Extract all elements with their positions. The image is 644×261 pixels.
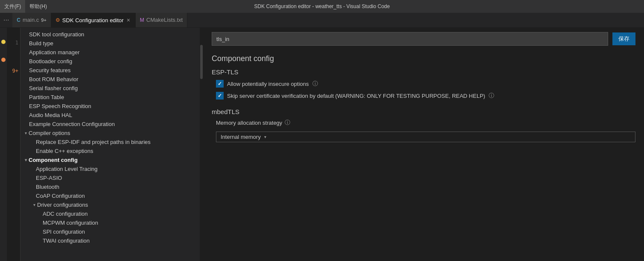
- tab-icon-c: C: [17, 17, 20, 23]
- line-num-empty3: [7, 57, 18, 66]
- mem-alloc-row: Memory allocation strategy ⓘ: [216, 119, 635, 126]
- tab-badge-main-c: 9+: [41, 18, 47, 23]
- esp-tls-title: ESP-TLS: [212, 68, 635, 76]
- tab-label-sdk-config: SDK Configuration editor: [62, 17, 124, 23]
- search-bar-row: 保存: [212, 32, 635, 46]
- sidebar-item-enable-cpp[interactable]: Enable C++ exceptions: [20, 147, 200, 155]
- tab-sdk-config[interactable]: ⚙ SDK Configuration editor ×: [51, 12, 136, 27]
- checkbox-check-icon2: ✓: [218, 93, 222, 99]
- sidebar-item-mcpwm-config[interactable]: MCPWM configuration: [20, 218, 200, 227]
- tab-cmakelists[interactable]: M CMakeLists.txt: [136, 12, 187, 27]
- sidebar-item-bootloader[interactable]: Bootloader config: [20, 57, 200, 66]
- indicator-dot-orange: [1, 58, 6, 62]
- titlebar-title: SDK Configuration editor - weather_tts -…: [254, 3, 390, 9]
- sidebar-item-spi-config[interactable]: SPI configuration: [20, 227, 200, 236]
- sidebar-item-driver-configs[interactable]: ▾ Driver configurations: [20, 200, 200, 209]
- checkbox-check-icon: ✓: [218, 81, 222, 87]
- checkbox-allow-insecure[interactable]: ✓: [216, 80, 224, 88]
- sidebar-label-component-config: Component config: [29, 157, 78, 163]
- sidebar-item-esp-speech[interactable]: ESP Speech Recognition: [20, 102, 200, 111]
- tab-icon-m: M: [140, 17, 144, 23]
- sidebar-item-twai-config[interactable]: TWAI configuration: [20, 236, 200, 245]
- sidebar-item-partition-table[interactable]: Partition Table: [20, 93, 200, 102]
- option-label-skip-cert: Skip server certificate verification by …: [227, 93, 485, 99]
- tab-icon-sdk: ⚙: [55, 17, 60, 23]
- indicator-dot-yellow: [1, 40, 6, 44]
- sidebar-item-audio-media[interactable]: Audio Media HAL: [20, 111, 200, 120]
- sidebar-item-component-config[interactable]: ▾ Component config: [20, 155, 200, 164]
- option-label-allow-insecure: Allow potentially insecure options: [227, 81, 309, 87]
- sidebar-item-esp-asio[interactable]: ESP-ASIO: [20, 173, 200, 182]
- sidebar: SDK tool configuration Build type Applic…: [20, 28, 200, 261]
- memory-dropdown-value: Internal memory: [221, 134, 261, 140]
- mbedtls-section: mbedTLS Memory allocation strategy ⓘ Int…: [212, 108, 635, 142]
- line-num-empty2: [7, 47, 18, 57]
- sidebar-item-boot-rom[interactable]: Boot ROM Behavior: [20, 75, 200, 84]
- info-icon-skip-cert[interactable]: ⓘ: [489, 92, 494, 100]
- titlebar-menu: 文件(F) 帮助(H): [0, 0, 51, 13]
- sidebar-item-replace-esp-idf[interactable]: Replace ESP-IDF and project paths in bin…: [20, 138, 200, 147]
- sidebar-item-bluetooth[interactable]: Bluetooth: [20, 182, 200, 191]
- tabs-bar: ··· C main.c 9+ ⚙ SDK Configuration edit…: [0, 13, 644, 28]
- sidebar-item-adc-config[interactable]: ADC configuration: [20, 209, 200, 218]
- save-button[interactable]: 保存: [612, 32, 635, 45]
- line-num-1: 1: [7, 38, 18, 47]
- titlebar: 文件(F) 帮助(H) SDK Configuration editor - w…: [0, 0, 644, 13]
- chevron-component-config: ▾: [25, 158, 27, 162]
- sidebar-label-driver-configs: Driver configurations: [37, 202, 88, 208]
- option-skip-cert: ✓ Skip server certificate verification b…: [216, 92, 635, 100]
- menu-help[interactable]: 帮助(H): [25, 0, 51, 13]
- checkbox-skip-cert[interactable]: ✓: [216, 92, 224, 100]
- sidebar-label-compiler-options: Compiler options: [29, 130, 70, 136]
- content-area: 保存 Component config ESP-TLS ✓ Allow pote…: [203, 28, 644, 261]
- main-layout: 1 9+ SDK tool configuration Build type A…: [0, 28, 644, 261]
- chevron-compiler-options: ▾: [25, 131, 27, 135]
- scroll-thumb: [200, 45, 203, 79]
- menu-file[interactable]: 文件(F): [0, 0, 25, 13]
- option-allow-insecure: ✓ Allow potentially insecure options ⓘ: [216, 80, 635, 88]
- sidebar-item-app-manager[interactable]: Application manager: [20, 48, 200, 57]
- sidebar-item-build-type[interactable]: Build type: [20, 39, 200, 48]
- sidebar-item-serial-flasher[interactable]: Serial flasher config: [20, 84, 200, 93]
- line-numbers: 1 9+: [7, 28, 20, 261]
- info-icon-allow-insecure[interactable]: ⓘ: [312, 80, 318, 88]
- tab-close-sdk-config[interactable]: ×: [126, 17, 131, 23]
- section-title: Component config: [212, 54, 635, 63]
- search-input[interactable]: [212, 32, 608, 46]
- info-icon-mem-alloc[interactable]: ⓘ: [285, 119, 290, 126]
- memory-dropdown[interactable]: Internal memory ▾: [216, 132, 635, 142]
- sidebar-item-compiler-options[interactable]: ▾ Compiler options: [20, 129, 200, 138]
- indicators-column: [0, 28, 7, 261]
- sidebar-item-app-level-tracing[interactable]: Application Level Tracing: [20, 164, 200, 173]
- mbedtls-title: mbedTLS: [212, 108, 635, 115]
- chevron-driver-configs: ▾: [33, 202, 35, 207]
- dropdown-chevron-icon: ▾: [264, 135, 266, 139]
- tabs-more[interactable]: ···: [0, 12, 12, 27]
- sidebar-item-security[interactable]: Security features: [20, 66, 200, 75]
- line-num-9plus: 9+: [7, 66, 18, 76]
- tab-main-c[interactable]: C main.c 9+: [12, 12, 51, 27]
- tab-label-main-c: main.c: [23, 17, 39, 23]
- sidebar-item-example-conn[interactable]: Example Connection Configuration: [20, 120, 200, 129]
- mem-alloc-label: Memory allocation strategy: [216, 120, 282, 126]
- sidebar-scrollbar[interactable]: [200, 28, 203, 261]
- sidebar-item-coap[interactable]: CoAP Configuration: [20, 191, 200, 200]
- tab-label-cmakelists: CMakeLists.txt: [146, 17, 183, 23]
- line-num-empty: [7, 29, 18, 38]
- sidebar-item-sdk-tool[interactable]: SDK tool configuration: [20, 30, 200, 39]
